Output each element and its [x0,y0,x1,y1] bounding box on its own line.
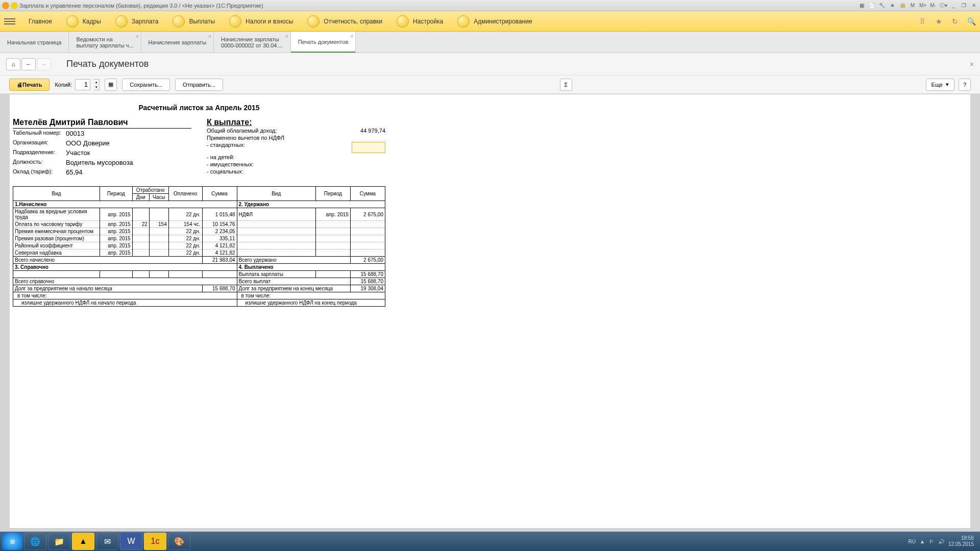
toolbar: 🖨 Печать Копий: ▲▼ ▦ Сохранить... Отправ… [0,76,980,94]
tb-info-icon[interactable]: ⓘ▾ [939,2,947,10]
send-button[interactable]: Отправить... [175,79,223,91]
close-icon[interactable]: × [285,34,288,39]
app-icon-2 [11,2,18,9]
nav-main[interactable]: Главное [21,18,59,25]
tab-vedomosti[interactable]: Ведомости навыплату зарплаты ч...× [69,32,141,53]
nav-icon [457,15,470,28]
nav-icon [307,15,320,28]
close-icon[interactable]: × [208,34,211,39]
back-button[interactable]: ← [21,58,36,70]
home-button[interactable]: ⌂ [6,58,20,70]
copies-input[interactable] [75,79,90,90]
tab-nachisleniya[interactable]: Начисления зарплаты× [141,32,214,53]
nav-icon [397,15,409,28]
print-button[interactable]: 🖨 Печать [9,79,50,91]
window-title: Зарплата и управление персоналом (базова… [19,3,857,9]
star-icon[interactable]: ★ [934,17,943,26]
nav-icon [229,15,241,28]
minimize-icon[interactable]: _ [949,2,958,10]
nav-vyplaty[interactable]: Выплаты [165,15,222,28]
page-title: Печать документов [66,59,149,69]
nav-admin[interactable]: Администрирование [450,15,539,28]
close-page-icon[interactable]: × [970,60,974,68]
tab-pechat[interactable]: Печать документов× [291,32,356,53]
history-icon[interactable]: ↻ [950,17,960,26]
tb-tool-icon[interactable]: 📄 [868,2,876,10]
tb-star-icon[interactable]: ★ [888,2,896,10]
tab-bar: Начальная страница Ведомости навыплату з… [0,32,980,53]
nav-nastroika[interactable]: Настройка [389,15,450,28]
tb-tool-icon[interactable]: 🔧 [878,2,886,10]
nav-nalogi[interactable]: Налоги и взносы [222,15,300,28]
search-icon[interactable]: 🔍 [967,17,976,26]
nav-icon [115,15,128,28]
close-icon[interactable]: × [350,34,353,39]
hamburger-icon[interactable] [4,16,15,27]
tab-nachislenie[interactable]: Начисление зарплаты0000-000002 от 30.04.… [214,32,291,53]
tb-mplus-icon[interactable]: M+ [919,2,927,10]
nav-icon [66,15,79,28]
tb-calc-icon[interactable]: ▤ [898,2,906,10]
maximize-icon[interactable]: ❐ [960,2,968,10]
forward-button[interactable]: → [37,58,51,70]
help-button[interactable]: ? [959,79,971,91]
save-button[interactable]: Сохранить... [122,79,170,91]
nav-icon [173,15,185,28]
nav-zarplata[interactable]: Зарплата [108,15,166,28]
sigma-button[interactable]: Σ [560,79,572,91]
page-header: ⌂ ← → Печать документов × [0,53,980,76]
apps-icon[interactable]: ⠿ [918,17,927,26]
tb-mminus-icon[interactable]: M- [929,2,937,10]
window-titlebar: Зарплата и управление персоналом (базова… [0,0,980,11]
nav-otchet[interactable]: Отчетность, справки [300,15,389,28]
close-icon[interactable]: × [136,34,139,39]
copies-label: Копий: [55,82,72,88]
more-button[interactable]: Еще ▾ [926,79,954,91]
tb-m-icon[interactable]: M [909,2,917,10]
tab-home[interactable]: Начальная страница [0,32,69,53]
tb-tool-icon[interactable]: ▦ [857,2,866,10]
preview-button[interactable]: ▦ [105,79,117,91]
copies-spinner[interactable]: ▲▼ [93,79,100,90]
close-icon[interactable]: ✕ [970,2,978,10]
nav-kadry[interactable]: Кадры [59,15,108,28]
app-icon [2,2,9,9]
main-nav: Главное Кадры Зарплата Выплаты Налоги и … [0,11,980,32]
